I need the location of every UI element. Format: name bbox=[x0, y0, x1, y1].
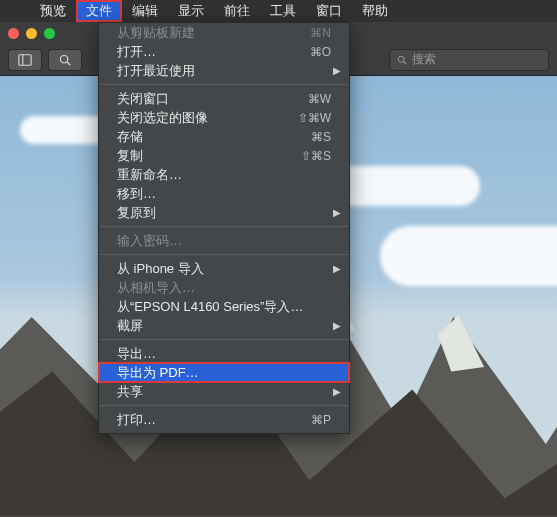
menu-item-label: 存储 bbox=[117, 128, 311, 146]
menubar-item-7[interactable]: 帮助 bbox=[352, 0, 398, 22]
menu-item[interactable]: 共享▶ bbox=[99, 382, 349, 401]
menu-item-label: 复原到 bbox=[117, 204, 331, 222]
search-placeholder: 搜索 bbox=[412, 51, 436, 68]
submenu-arrow-icon: ▶ bbox=[333, 263, 341, 274]
menu-item[interactable]: 打印…⌘P bbox=[99, 410, 349, 429]
menu-item: 从相机导入… bbox=[99, 278, 349, 297]
close-window-button[interactable] bbox=[8, 28, 19, 39]
svg-line-5 bbox=[404, 61, 407, 64]
menu-item-label: 从 iPhone 导入 bbox=[117, 260, 331, 278]
menu-item-label: 打开最近使用 bbox=[117, 62, 331, 80]
svg-point-4 bbox=[398, 56, 404, 62]
menu-item[interactable]: 关闭窗口⌘W bbox=[99, 89, 349, 108]
menu-item-label: 输入密码… bbox=[117, 232, 331, 250]
menu-separator bbox=[100, 254, 348, 255]
menu-item[interactable]: 复制⇧⌘S bbox=[99, 146, 349, 165]
menu-item-shortcut: ⌘N bbox=[310, 26, 331, 40]
menu-item-label: 导出… bbox=[117, 345, 331, 363]
sidebar-toggle-button[interactable] bbox=[8, 49, 42, 71]
menu-item[interactable]: 关闭选定的图像⇧⌘W bbox=[99, 108, 349, 127]
search-field[interactable]: 搜索 bbox=[389, 49, 549, 71]
menubar: 预览文件编辑显示前往工具窗口帮助 bbox=[0, 0, 557, 22]
menubar-item-2[interactable]: 编辑 bbox=[122, 0, 168, 22]
menu-item-label: 打开… bbox=[117, 43, 310, 61]
menubar-item-3[interactable]: 显示 bbox=[168, 0, 214, 22]
menubar-item-5[interactable]: 工具 bbox=[260, 0, 306, 22]
menu-item[interactable]: 重新命名… bbox=[99, 165, 349, 184]
menu-item-label: 从剪贴板新建 bbox=[117, 24, 310, 42]
menu-separator bbox=[100, 84, 348, 85]
menu-item-label: 打印… bbox=[117, 411, 311, 429]
menu-item-label: 从相机导入… bbox=[117, 279, 331, 297]
menu-item-label: 从“EPSON L4160 Series”导入… bbox=[117, 298, 331, 316]
zoom-window-button[interactable] bbox=[44, 28, 55, 39]
menu-item: 输入密码… bbox=[99, 231, 349, 250]
menu-item-shortcut: ⇧⌘W bbox=[298, 111, 331, 125]
menu-item-shortcut: ⇧⌘S bbox=[301, 149, 331, 163]
menu-item-label: 截屏 bbox=[117, 317, 331, 335]
menu-item[interactable]: 从 iPhone 导入▶ bbox=[99, 259, 349, 278]
magnifier-icon bbox=[58, 53, 72, 67]
menu-separator bbox=[100, 226, 348, 227]
menu-item[interactable]: 导出为 PDF… bbox=[99, 363, 349, 382]
svg-point-2 bbox=[60, 55, 67, 62]
menu-item[interactable]: 打开最近使用▶ bbox=[99, 61, 349, 80]
svg-line-3 bbox=[67, 61, 71, 65]
search-icon bbox=[396, 54, 408, 66]
menu-item[interactable]: 截屏▶ bbox=[99, 316, 349, 335]
menu-separator bbox=[100, 339, 348, 340]
menu-item[interactable]: 导出… bbox=[99, 344, 349, 363]
menubar-item-4[interactable]: 前往 bbox=[214, 0, 260, 22]
menu-item[interactable]: 打开…⌘O bbox=[99, 42, 349, 61]
menubar-item-0[interactable]: 预览 bbox=[30, 0, 76, 22]
submenu-arrow-icon: ▶ bbox=[333, 207, 341, 218]
menu-item-label: 共享 bbox=[117, 383, 331, 401]
menu-item-shortcut: ⌘S bbox=[311, 130, 331, 144]
menu-item-shortcut: ⌘P bbox=[311, 413, 331, 427]
minimize-window-button[interactable] bbox=[26, 28, 37, 39]
sidebar-icon bbox=[18, 53, 32, 67]
submenu-arrow-icon: ▶ bbox=[333, 65, 341, 76]
menu-item: 从剪贴板新建⌘N bbox=[99, 23, 349, 42]
menu-item-label: 移到… bbox=[117, 185, 331, 203]
menu-item-label: 关闭窗口 bbox=[117, 90, 308, 108]
menu-item-shortcut: ⌘O bbox=[310, 45, 331, 59]
menu-item-label: 复制 bbox=[117, 147, 301, 165]
menu-item-label: 重新命名… bbox=[117, 166, 331, 184]
menu-item[interactable]: 移到… bbox=[99, 184, 349, 203]
menu-item[interactable]: 从“EPSON L4160 Series”导入… bbox=[99, 297, 349, 316]
window-controls bbox=[8, 28, 55, 39]
svg-rect-0 bbox=[19, 54, 31, 65]
submenu-arrow-icon: ▶ bbox=[333, 386, 341, 397]
file-menu-dropdown: 从剪贴板新建⌘N打开…⌘O打开最近使用▶关闭窗口⌘W关闭选定的图像⇧⌘W存储⌘S… bbox=[98, 22, 350, 434]
menu-separator bbox=[100, 405, 348, 406]
menubar-item-1[interactable]: 文件 bbox=[76, 0, 122, 22]
menu-item[interactable]: 复原到▶ bbox=[99, 203, 349, 222]
submenu-arrow-icon: ▶ bbox=[333, 320, 341, 331]
menu-item-label: 导出为 PDF… bbox=[117, 364, 331, 382]
menu-item-label: 关闭选定的图像 bbox=[117, 109, 298, 127]
zoom-tool-button[interactable] bbox=[48, 49, 82, 71]
menu-item[interactable]: 存储⌘S bbox=[99, 127, 349, 146]
menu-item-shortcut: ⌘W bbox=[308, 92, 331, 106]
menubar-item-6[interactable]: 窗口 bbox=[306, 0, 352, 22]
